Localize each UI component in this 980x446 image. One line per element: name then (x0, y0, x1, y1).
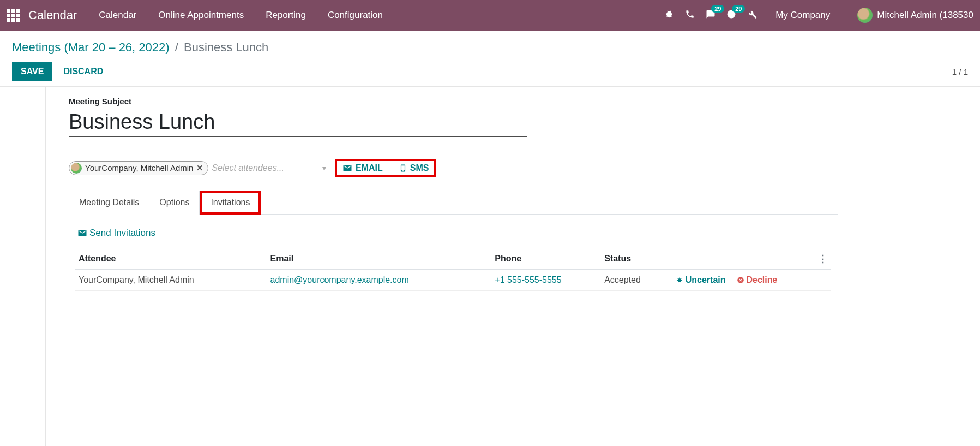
app-title[interactable]: Calendar (28, 8, 77, 22)
col-status: Status (601, 248, 672, 270)
mobile-icon (399, 164, 407, 172)
nav-online-appointments[interactable]: Online Appointments (158, 10, 244, 21)
nav-calendar[interactable]: Calendar (99, 10, 136, 21)
asterisk-icon (676, 276, 683, 284)
tab-invitations[interactable]: Invitations (200, 191, 261, 215)
cell-attendee: YourCompany, Mitchell Admin (75, 270, 267, 291)
col-phone: Phone (491, 248, 601, 270)
cell-phone[interactable]: +1 555-555-5555 (491, 270, 601, 291)
subject-input[interactable] (69, 109, 527, 137)
envelope-icon (342, 163, 352, 173)
main: Meeting Subject YourCompany, Mitchell Ad… (0, 87, 980, 446)
left-stub (0, 87, 46, 446)
subject-label: Meeting Subject (69, 97, 980, 106)
user-name: Mitchell Admin (138530 (877, 10, 973, 21)
chevron-down-icon[interactable]: ▾ (322, 164, 326, 173)
attendees-table: Attendee Email Phone Status ⋮ YourCompan… (75, 248, 831, 291)
email-button[interactable]: EMAIL (342, 163, 383, 173)
kebab-icon[interactable]: ⋮ (818, 253, 828, 264)
sms-button[interactable]: SMS (399, 163, 429, 173)
attendee-tag-label: YourCompany, Mitchell Admin (85, 163, 193, 173)
attendee-field[interactable]: YourCompany, Mitchell Admin ✕ ▾ (69, 161, 329, 176)
cell-email[interactable]: admin@yourcompany.example.com (267, 270, 492, 291)
button-row: SAVE DISCARD 1 / 1 (12, 62, 968, 81)
attendee-tag[interactable]: YourCompany, Mitchell Admin ✕ (69, 161, 208, 175)
nav-configuration[interactable]: Configuration (328, 10, 383, 21)
envelope-icon (77, 228, 87, 238)
col-email: Email (267, 248, 492, 270)
nav-items: Calendar Online Appointments Reporting C… (99, 10, 383, 21)
activities-icon[interactable]: 29 (726, 9, 736, 22)
send-invitations-button[interactable]: Send Invitations (77, 228, 831, 239)
nav-reporting[interactable]: Reporting (266, 10, 306, 21)
messages-icon[interactable]: 29 (706, 9, 716, 22)
tools-icon[interactable] (747, 9, 757, 22)
attendee-row: YourCompany, Mitchell Admin ✕ ▾ EMAIL SM… (69, 159, 980, 177)
topbar: Calendar Calendar Online Appointments Re… (0, 0, 980, 31)
email-sms-highlight: EMAIL SMS (335, 159, 436, 177)
user-menu[interactable]: Mitchell Admin (138530 (857, 8, 973, 23)
pager[interactable]: 1 / 1 (952, 67, 968, 76)
table-row[interactable]: YourCompany, Mitchell Admin admin@yourco… (75, 270, 831, 291)
tab-meeting-details[interactable]: Meeting Details (69, 191, 149, 215)
breadcrumb-parent[interactable]: Meetings (Mar 20 – 26, 2022) (12, 40, 170, 54)
tab-options[interactable]: Options (149, 191, 200, 215)
tab-content-invitations: Send Invitations Attendee Email Phone St… (69, 215, 838, 295)
avatar-icon (857, 8, 873, 23)
activities-badge: 29 (732, 5, 745, 13)
attendee-input[interactable] (208, 161, 331, 175)
breadcrumb-current: Business Lunch (184, 40, 268, 54)
save-button[interactable]: SAVE (12, 62, 52, 81)
discard-button[interactable]: DISCARD (63, 67, 103, 76)
apps-icon[interactable] (7, 9, 20, 22)
tabs: Meeting Details Options Invitations (69, 191, 838, 215)
control-panel: Meetings (Mar 20 – 26, 2022) / Business … (0, 31, 980, 87)
company-name[interactable]: My Company (775, 10, 830, 21)
times-circle-icon (737, 276, 744, 284)
uncertain-button[interactable]: Uncertain (676, 275, 726, 285)
phone-icon[interactable] (685, 9, 695, 22)
form-sheet: Meeting Subject YourCompany, Mitchell Ad… (46, 87, 980, 446)
breadcrumb: Meetings (Mar 20 – 26, 2022) / Business … (12, 40, 968, 55)
remove-icon[interactable]: ✕ (196, 163, 203, 173)
top-icons: 29 29 My Company Mitchell Admin (138530 (664, 8, 973, 23)
decline-button[interactable]: Decline (737, 275, 778, 285)
avatar-icon (71, 163, 82, 174)
col-attendee: Attendee (75, 248, 267, 270)
cell-status: Accepted (601, 270, 672, 291)
bug-icon[interactable] (664, 9, 674, 22)
status-buttons: Uncertain Decline (676, 275, 811, 285)
messages-badge: 29 (711, 5, 724, 13)
